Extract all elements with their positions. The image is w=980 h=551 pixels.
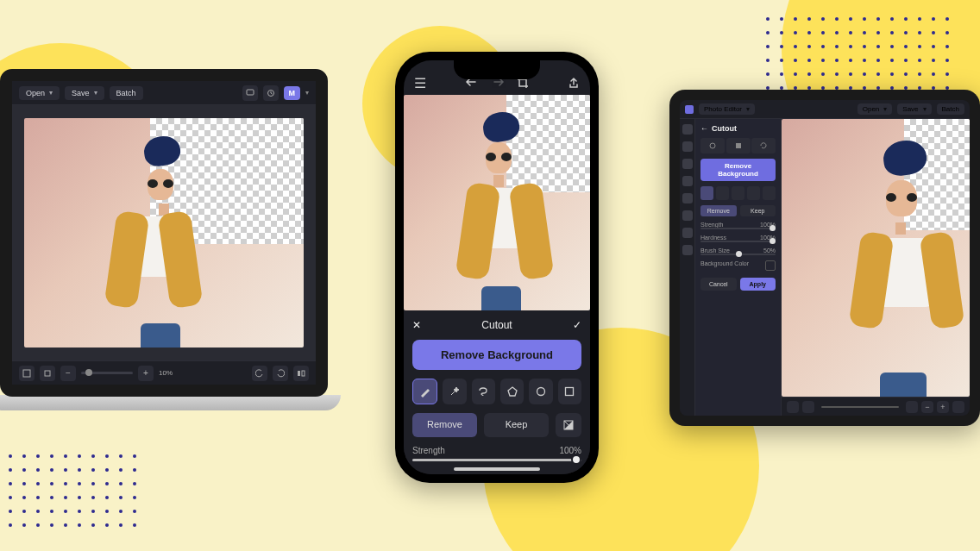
zoom-out-icon[interactable]: − <box>921 401 933 413</box>
remove-background-button[interactable]: Remove Background <box>700 159 776 181</box>
svg-rect-4 <box>298 371 300 376</box>
magic-wand-tool[interactable] <box>716 186 729 200</box>
message-icon[interactable] <box>242 85 258 101</box>
rail-item[interactable] <box>682 245 693 255</box>
remove-mode[interactable]: Remove <box>700 205 736 216</box>
mode-selector[interactable]: Photo Editor <box>699 103 755 115</box>
panel-title: Cutout <box>481 319 512 331</box>
tablet-canvas[interactable]: − + <box>782 119 970 416</box>
open-menu[interactable]: Open <box>19 86 60 100</box>
photo-preview <box>404 95 590 310</box>
zoom-in-icon[interactable]: + <box>138 366 154 381</box>
tablet-bottombar: − + <box>782 397 970 416</box>
close-icon[interactable]: ✕ <box>412 319 421 331</box>
lasso-tool[interactable] <box>472 379 495 404</box>
fit-icon[interactable] <box>906 401 918 413</box>
brushsize-slider[interactable] <box>700 254 776 255</box>
strength-label: Strength <box>412 446 445 455</box>
panel-title: Cutout <box>712 124 737 133</box>
rail-item[interactable] <box>682 193 693 203</box>
polygon-tool[interactable] <box>500 379 524 404</box>
rail-item[interactable] <box>682 228 693 238</box>
layers-icon[interactable] <box>802 401 814 413</box>
strength-slider[interactable] <box>700 228 776 229</box>
keep-mode[interactable]: Keep <box>740 205 776 216</box>
bgcolor-swatch[interactable] <box>765 260 776 271</box>
actual-size-icon[interactable] <box>40 366 55 381</box>
batch-button[interactable]: Batch <box>937 103 964 115</box>
rect-tool[interactable] <box>558 379 581 404</box>
left-rail <box>680 119 695 416</box>
brush-tool[interactable] <box>412 379 437 404</box>
lasso-tool[interactable] <box>732 186 744 200</box>
preset-original[interactable] <box>700 138 725 153</box>
undo-icon[interactable] <box>252 366 267 381</box>
photo-subject <box>441 106 553 311</box>
rail-item[interactable] <box>682 124 693 135</box>
tool-row <box>412 379 581 404</box>
save-menu[interactable]: Save <box>65 86 104 100</box>
circle-tool[interactable] <box>529 379 552 404</box>
phone-notch <box>454 60 540 79</box>
history-icon[interactable] <box>263 85 279 101</box>
open-menu[interactable]: Open <box>858 103 893 115</box>
svg-rect-10 <box>736 143 741 148</box>
rail-item[interactable] <box>682 210 693 221</box>
cancel-button[interactable]: Cancel <box>700 278 736 291</box>
grid-icon[interactable] <box>787 401 799 413</box>
strength-slider[interactable] <box>412 459 581 461</box>
preset-cutout[interactable] <box>726 138 751 153</box>
magic-wand-tool[interactable] <box>443 379 466 404</box>
chevron-down-icon[interactable]: ▾ <box>305 89 309 97</box>
preset-row <box>700 138 776 153</box>
remove-mode[interactable]: Remove <box>412 413 477 437</box>
svg-rect-0 <box>247 90 254 95</box>
rail-item[interactable] <box>682 176 693 186</box>
cutout-panel: ✕ Cutout ✓ Remove Background Remove Keep <box>404 310 590 474</box>
shape-tool[interactable] <box>763 186 776 200</box>
zoom-value: 10% <box>159 369 173 377</box>
rail-item[interactable] <box>682 141 693 152</box>
compare-icon[interactable] <box>293 366 309 381</box>
scrub-slider[interactable] <box>821 406 899 408</box>
preset-refresh[interactable] <box>751 138 776 153</box>
photo-subject <box>80 129 248 348</box>
brushsize-label: Brush Size <box>700 247 730 254</box>
confirm-icon[interactable]: ✓ <box>573 319 581 331</box>
compare-icon[interactable] <box>952 401 964 413</box>
desktop-canvas[interactable] <box>12 105 316 360</box>
tablet-topbar: Photo Editor Open Save Batch <box>680 100 970 119</box>
rail-item[interactable] <box>682 159 693 169</box>
keep-mode[interactable]: Keep <box>484 413 549 437</box>
invert-icon[interactable] <box>556 413 581 437</box>
fit-screen-icon[interactable] <box>19 366 35 381</box>
zoom-slider[interactable] <box>81 372 133 374</box>
share-icon[interactable] <box>568 77 580 89</box>
back-icon[interactable]: ← <box>700 124 708 133</box>
zoom-out-icon[interactable]: − <box>60 366 76 381</box>
decor-dots <box>9 454 143 534</box>
bgcolor-label: Background Color <box>700 260 749 271</box>
home-indicator <box>454 467 540 471</box>
decor-dots <box>766 17 956 97</box>
save-menu[interactable]: Save <box>897 103 931 115</box>
user-avatar[interactable]: M <box>284 86 301 100</box>
photo-preview <box>24 118 304 348</box>
strength-value: 100% <box>559 446 581 455</box>
svg-point-6 <box>537 388 544 396</box>
hardness-slider[interactable] <box>700 241 776 242</box>
zoom-in-icon[interactable]: + <box>937 401 949 413</box>
phone-canvas[interactable] <box>404 95 590 310</box>
batch-button[interactable]: Batch <box>110 86 143 100</box>
apply-button[interactable]: Apply <box>740 278 776 291</box>
strength-label: Strength <box>700 222 723 228</box>
menu-icon[interactable]: ☰ <box>414 75 426 91</box>
remove-background-button[interactable]: Remove Background <box>412 340 581 370</box>
hardness-label: Hardness <box>700 235 726 241</box>
cutout-sidepanel: ←Cutout Remove Background Remove Keep <box>695 119 782 416</box>
brushsize-value: 50% <box>763 247 776 254</box>
polygon-tool[interactable] <box>747 186 760 200</box>
desktop-topbar: Open Save Batch M ▾ <box>12 81 316 105</box>
brush-tool[interactable] <box>700 186 713 200</box>
redo-icon[interactable] <box>273 366 288 381</box>
